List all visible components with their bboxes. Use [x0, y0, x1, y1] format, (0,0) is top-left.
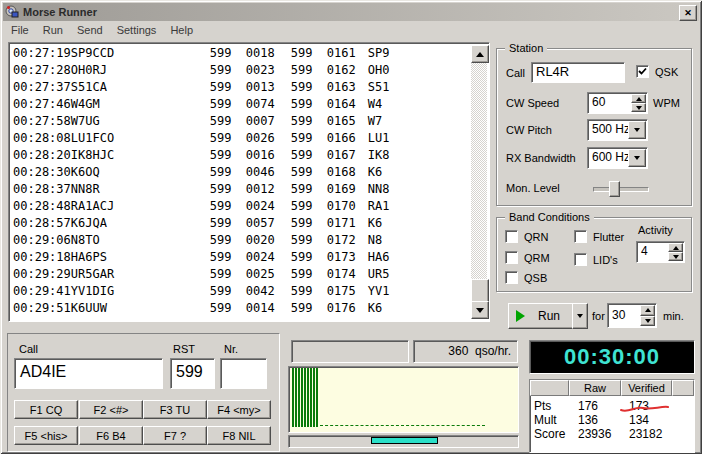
log-row[interactable]: 00:28:08LU1FCO59900265990166LU1: [11, 130, 469, 147]
score-label: Score: [530, 427, 569, 441]
duration-up-button[interactable]: [640, 305, 655, 316]
activity-spinner[interactable]: 4: [636, 241, 685, 263]
duration-down-button[interactable]: [640, 316, 655, 327]
log-row[interactable]: 00:29:29UR5GAR59900255990174UR5: [11, 266, 469, 283]
log-nr-sent: 0014: [246, 300, 291, 317]
log-rst-rcvd: 599: [291, 266, 327, 283]
log-row[interactable]: 00:28:48RA1ACJ59900245990170RA1: [11, 198, 469, 215]
cw-speed-spinner[interactable]: 60: [587, 92, 648, 114]
log-call: UR5GAR: [71, 266, 210, 283]
qsb-checkbox[interactable]: [505, 271, 518, 284]
log-call: S51CA: [71, 79, 210, 96]
log-rst-rcvd: 599: [291, 249, 327, 266]
log-rst-rcvd: 599: [291, 300, 327, 317]
log-prefix: RA1: [368, 198, 469, 215]
flutter-checkbox[interactable]: [574, 230, 587, 243]
rx-bandwidth-select[interactable]: 600 Hz: [587, 147, 648, 169]
log-prefix: NN8: [368, 181, 469, 198]
log-time: 00:29:18: [13, 249, 71, 266]
log-row[interactable]: 00:27:58W7UG59900075990165W7: [11, 113, 469, 130]
f4-my-button[interactable]: F4 <my>: [207, 400, 271, 419]
lids-checkbox[interactable]: [574, 253, 587, 266]
run-dropdown-button[interactable]: [572, 303, 588, 329]
log-prefix: SP9: [368, 45, 469, 62]
f5-his-button[interactable]: F5 <his>: [14, 426, 78, 445]
log-rst-sent: 599: [210, 79, 246, 96]
score-verified: 23182: [621, 427, 672, 441]
arrow-down-icon: [645, 319, 651, 323]
log-nr-sent: 0012: [246, 181, 291, 198]
log-prefix: UR5: [368, 266, 469, 283]
cw-pitch-select[interactable]: 500 Hz: [587, 119, 648, 141]
cw-speed-up-button[interactable]: [631, 94, 646, 103]
log-row[interactable]: 00:29:18HA6PS59900245990173HA6: [11, 249, 469, 266]
title-bar[interactable]: Morse Runner ✕: [3, 3, 699, 21]
log-row[interactable]: 00:27:37S51CA59900135990163S51: [11, 79, 469, 96]
pitch-indicator[interactable]: [371, 437, 438, 444]
log-row[interactable]: 00:29:41YV1DIG59900425990175YV1: [11, 283, 469, 300]
score-header-blank: [530, 380, 569, 396]
log-row[interactable]: 00:28:37NN8R59900125990169NN8: [11, 181, 469, 198]
f2-nr-button[interactable]: F2 <#>: [79, 400, 143, 419]
f6-b4-button[interactable]: F6 B4: [79, 426, 143, 445]
log-nr-rcvd: 0174: [327, 266, 368, 283]
log-row[interactable]: 00:27:19SP9CCD59900185990161SP9: [11, 45, 469, 62]
mon-level-slider-track[interactable]: [593, 187, 649, 192]
log-call: N8TO: [71, 232, 210, 249]
log-nr-rcvd: 0166: [327, 130, 368, 147]
log-rst-rcvd: 599: [291, 147, 327, 164]
log-nr-sent: 0018: [246, 45, 291, 62]
check-icon: [637, 66, 648, 77]
activity-down-button[interactable]: [668, 252, 683, 261]
log-rst-rcvd: 599: [291, 283, 327, 300]
log-nr-sent: 0020: [246, 232, 291, 249]
log-row[interactable]: 00:29:06N8TO59900205990172N8: [11, 232, 469, 249]
activity-up-button[interactable]: [668, 243, 683, 252]
rx-bandwidth-dropdown-button[interactable]: [628, 149, 646, 167]
menu-item-file[interactable]: File: [4, 22, 36, 38]
f7-qm-button[interactable]: F7 ?: [143, 426, 207, 445]
rst-input[interactable]: 599: [170, 358, 215, 389]
menu-item-run[interactable]: Run: [36, 22, 70, 38]
log-row[interactable]: 00:27:28OH0RJ59900235990162OH0: [11, 62, 469, 79]
arrow-down-icon: [636, 106, 642, 110]
mon-level-label: Mon. Level: [506, 182, 560, 194]
run-for-label: for: [592, 310, 605, 322]
run-button[interactable]: Run: [508, 303, 574, 329]
scroll-up-button[interactable]: [471, 45, 489, 63]
vertical-scrollbar[interactable]: [471, 45, 487, 319]
log-time: 00:29:51: [13, 300, 71, 317]
log-prefix: W4: [368, 96, 469, 113]
nr-input[interactable]: [220, 358, 267, 389]
qrm-checkbox[interactable]: [505, 251, 518, 264]
band-scope-track[interactable]: [288, 435, 519, 448]
close-button[interactable]: ✕: [679, 5, 697, 21]
log-row[interactable]: 00:28:57K6JQA59900575990171K6: [11, 215, 469, 232]
cw-pitch-dropdown-button[interactable]: [628, 121, 646, 139]
mon-level-slider-thumb[interactable]: [609, 181, 620, 197]
log-prefix: K6: [368, 215, 469, 232]
qrn-checkbox[interactable]: [505, 230, 518, 243]
f8-nil-button[interactable]: F8 NIL: [207, 426, 271, 445]
station-call-input[interactable]: RL4R: [531, 62, 625, 83]
menu-item-send[interactable]: Send: [70, 22, 110, 38]
f3-tu-button[interactable]: F3 TU: [143, 400, 207, 419]
log-time: 00:27:58: [13, 113, 71, 130]
log-nr-sent: 0013: [246, 79, 291, 96]
f1-cq-button[interactable]: F1 CQ: [14, 400, 78, 419]
run-duration-spinner[interactable]: 30: [607, 303, 657, 328]
timer-value: 00:30:00: [564, 344, 660, 370]
menu-item-help[interactable]: Help: [163, 22, 200, 38]
log-rst-sent: 599: [210, 215, 246, 232]
log-row[interactable]: 00:28:20IK8HJC59900165990167IK8: [11, 147, 469, 164]
log-row[interactable]: 00:27:46W4GM59900745990164W4: [11, 96, 469, 113]
qrn-label: QRN: [524, 231, 548, 243]
menu-item-settings[interactable]: Settings: [110, 22, 164, 38]
cw-speed-down-button[interactable]: [631, 103, 646, 112]
log-row[interactable]: 00:29:51K6UUW59900145990176K6: [11, 300, 469, 317]
qsk-checkbox[interactable]: [636, 65, 649, 78]
log-nr-rcvd: 0171: [327, 215, 368, 232]
callsign-input[interactable]: AD4IE: [14, 358, 163, 389]
scroll-down-button[interactable]: [471, 301, 489, 319]
log-row[interactable]: 00:28:30K6OQ59900465990168K6: [11, 164, 469, 181]
